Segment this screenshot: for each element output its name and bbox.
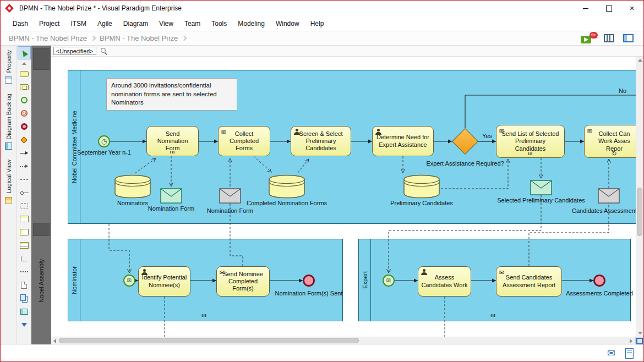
end-event-label[interactable]: Assessments Completed (561, 290, 636, 298)
maximize-button[interactable] (597, 1, 620, 16)
sub-process-tool-button[interactable] (18, 80, 31, 94)
branch-yes-label[interactable]: Yes (481, 133, 494, 140)
task-identify-nominees[interactable]: Identify Potential Nominee(s) (138, 266, 190, 297)
intermediate-event-tool-button[interactable] (18, 107, 31, 120)
stereotype-selector[interactable]: <Unspecified> (53, 47, 96, 55)
data-object-nomination-form-in[interactable] (219, 188, 241, 204)
association-tool-button[interactable] (18, 173, 31, 186)
gateway-tool-button[interactable] (18, 133, 31, 146)
collapsed-panel-handle[interactable] (33, 223, 50, 236)
menu-itsm[interactable]: ITSM (65, 18, 92, 30)
task-tool-button[interactable] (18, 67, 31, 80)
menu-dash[interactable]: Dash (7, 18, 34, 30)
matrix-view-button[interactable] (604, 34, 614, 42)
close-button[interactable] (620, 1, 643, 16)
pinned-pool-header[interactable]: Nobel Assembly (31, 239, 51, 322)
data-object-label[interactable]: Candidates Assessment (563, 207, 636, 215)
menu-help[interactable]: Help (305, 18, 330, 30)
pointer-tool-button[interactable] (18, 46, 31, 59)
data-store-preliminary-candidates[interactable] (402, 174, 441, 199)
minimize-button[interactable] (574, 1, 597, 16)
data-object-selected-candidates[interactable] (530, 180, 552, 195)
palette-scroll-down-button[interactable] (18, 318, 31, 331)
menu-tools[interactable]: Tools (206, 18, 232, 30)
diagram-canvas[interactable]: Nobel Committee Medicine Nominator Exper… (51, 57, 636, 337)
menu-modeling[interactable]: Modeling (232, 18, 270, 30)
data-store-label[interactable]: Completed Nomination Forms (243, 200, 331, 207)
grid-tool-button[interactable] (18, 305, 31, 318)
messages-button[interactable] (607, 348, 615, 359)
connector-tool-button[interactable] (18, 252, 31, 265)
end-event[interactable] (303, 275, 315, 287)
message-start-event[interactable] (383, 275, 395, 287)
birds-eye-view-button[interactable] (635, 337, 643, 344)
tab-logical-view[interactable]: Logical View (5, 160, 12, 204)
task-send-completed-forms[interactable]: Send Nominee Completed Form(s) (216, 266, 270, 297)
end-event-label[interactable]: Nomination Form(s) Sent (270, 290, 347, 298)
data-object-label[interactable]: Nomination Form (138, 205, 204, 213)
magnifier-icon[interactable] (100, 47, 107, 54)
menu-view[interactable]: View (154, 18, 179, 30)
collapsed-panel-handle[interactable] (33, 48, 50, 70)
conditional-flow-tool-button[interactable] (18, 186, 31, 199)
data-object-label[interactable]: Nomination Form (197, 207, 263, 215)
lane-tool-button[interactable] (18, 239, 31, 252)
start-event-tool-button[interactable] (18, 94, 31, 107)
data-store-completed-forms[interactable] (268, 174, 306, 199)
menu-agile[interactable]: Agile (92, 18, 118, 30)
task-collect-completed-forms[interactable]: Collect Completed Forms (218, 126, 270, 156)
panel-layout-button[interactable] (623, 34, 634, 42)
vertical-pool-tool-button[interactable] (18, 226, 31, 239)
task-determine-need-expert[interactable]: Determine Need for Expert Assistance (372, 126, 434, 156)
timer-start-event[interactable] (98, 135, 110, 147)
task-send-list-selected[interactable]: Send List of Selected Preliminary Candid… (496, 125, 565, 158)
data-association[interactable] (254, 156, 271, 172)
data-object-nomination-form-out[interactable] (160, 188, 182, 204)
menu-team[interactable]: Team (179, 18, 206, 30)
scroll-down-icon[interactable] (638, 332, 642, 334)
menu-project[interactable]: Project (34, 18, 65, 30)
end-event[interactable] (593, 275, 605, 287)
text-annotation-tool-button[interactable] (18, 278, 31, 292)
task-assess-work[interactable]: Assess Candidates Work (418, 266, 471, 297)
task-send-nomination-form[interactable]: Send Nomination Form III (146, 126, 199, 156)
gateway-label[interactable]: Expert Assistance Required? (421, 160, 509, 168)
task-send-assessment-report[interactable]: Send Candidates Assessment Report (496, 266, 562, 297)
menu-diagram[interactable]: Diagram (118, 18, 154, 30)
text-annotation[interactable]: Around 3000 invitations/confidential nom… (106, 78, 237, 111)
start-event-label[interactable]: September Year n-1 (66, 149, 143, 157)
vertical-scrollbar[interactable] (636, 57, 643, 337)
group-tool-button[interactable] (18, 199, 31, 212)
end-event-tool-button[interactable] (18, 120, 31, 133)
data-association[interactable] (135, 158, 156, 173)
horizontal-scrollbar[interactable] (51, 337, 643, 344)
task-screen-select-candidates[interactable]: Screen & Select Preliminary Candidates (291, 126, 351, 156)
data-object-candidates-assessment[interactable] (598, 188, 620, 204)
breadcrumb-item[interactable]: BPMN - The Nobel Prize (6, 34, 90, 42)
log-button[interactable] (625, 348, 634, 359)
tab-diagram-backlog[interactable]: Diagram Backlog (5, 94, 12, 150)
task-collect-work-assessment[interactable]: Collect Can Work Asses Repor (584, 125, 636, 158)
branch-no-label[interactable]: No (616, 87, 629, 95)
duplicate-tool-button[interactable] (18, 292, 31, 305)
message-start-event[interactable] (123, 275, 135, 287)
scroll-right-icon[interactable] (630, 339, 632, 343)
data-association[interactable] (298, 159, 309, 173)
guided-tour-button[interactable]: 9+ (581, 32, 595, 45)
scroll-up-icon[interactable] (638, 59, 642, 62)
anchor-tool-button[interactable] (18, 265, 31, 278)
sequence-flow-no[interactable] (465, 95, 636, 128)
sequence-flow-tool-button[interactable] (18, 146, 31, 160)
pool-tool-button[interactable] (18, 212, 31, 226)
message-flow-tool-button[interactable] (18, 160, 31, 173)
data-store-label[interactable]: Preliminary Candidates (378, 200, 466, 207)
palette-scroll-up-button[interactable] (18, 59, 31, 67)
horizontal-scrollbar-thumb[interactable] (59, 338, 359, 343)
breadcrumb-item[interactable]: BPMN - The Nobel Prize (97, 34, 181, 42)
message-flow[interactable] (109, 224, 129, 273)
menu-window[interactable]: Window (270, 18, 305, 30)
vertical-scrollbar-thumb[interactable] (637, 188, 642, 236)
tab-property[interactable]: Property (5, 50, 12, 84)
data-object-label[interactable]: Selected Preliminary Candidates (486, 197, 596, 205)
data-store-nominators[interactable] (113, 174, 152, 199)
